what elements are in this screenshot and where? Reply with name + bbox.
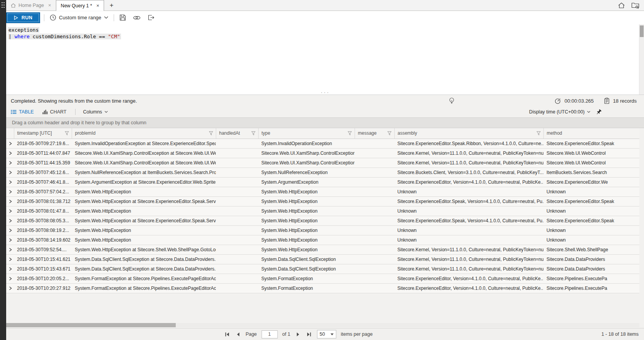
- row-expand-button[interactable]: [6, 148, 14, 158]
- run-label: RUN: [22, 15, 32, 20]
- cell-method: Sitecore.Pipelines.ExecutePa: [543, 274, 639, 283]
- table-row[interactable]: 2018-05-30T08:01:38.712System.Web.HttpEx…: [6, 196, 639, 206]
- app-insights-logs-window: Home Page × New Query 1 * × + RUN: [0, 0, 644, 340]
- row-expand-button[interactable]: [6, 158, 14, 167]
- close-tab-icon[interactable]: ×: [48, 2, 51, 8]
- display-time-dropdown[interactable]: Display time (UTC+00:00): [529, 109, 590, 115]
- editor-results-splitter[interactable]: ...: [6, 91, 644, 95]
- scrollbar-thumb[interactable]: [640, 25, 644, 37]
- filter-icon[interactable]: [348, 131, 352, 135]
- tab-table[interactable]: TABLE: [11, 109, 34, 115]
- last-page-button[interactable]: [305, 332, 312, 337]
- table-row[interactable]: 2018-05-30T11:44:07.847Sitecore.Web.UI.X…: [6, 148, 639, 158]
- query-editor[interactable]: exceptions | where customDimensions.Role…: [6, 24, 644, 95]
- cell-assembly: Sitecore.ExperienceEditor.Speak, Version…: [394, 196, 543, 206]
- tab-new-query-1[interactable]: New Query 1 * ×: [56, 0, 104, 11]
- chevron-down-icon: [104, 111, 108, 113]
- row-expand-button[interactable]: [6, 274, 14, 283]
- scrollbar-thumb[interactable]: [6, 323, 176, 327]
- column-header-problemid[interactable]: problemId: [72, 128, 216, 139]
- table-row[interactable]: 2018-05-30T10:15:41.621System.Data.SqlCl…: [6, 254, 639, 264]
- page-of-label: of 1: [282, 332, 290, 337]
- query-tab-bar: Home Page × New Query 1 * × +: [6, 0, 644, 11]
- smart-suggestion-button[interactable]: [449, 97, 455, 104]
- expand-row-icon: [8, 277, 12, 281]
- column-header-type[interactable]: type: [258, 128, 355, 139]
- row-expand-button[interactable]: [6, 245, 14, 254]
- columns-label: Columns: [83, 109, 102, 115]
- cell-problemId: System.NullReferenceException at ItemBuc…: [72, 167, 216, 177]
- cell-assembly: Unknown: [394, 206, 543, 216]
- cell-message: [355, 206, 394, 216]
- filter-icon[interactable]: [387, 131, 392, 135]
- filter-icon[interactable]: [209, 131, 213, 135]
- column-header-assembly[interactable]: assembly: [394, 128, 543, 139]
- copy-link-button[interactable]: [131, 14, 142, 21]
- run-button[interactable]: RUN: [6, 12, 40, 23]
- first-page-button[interactable]: [224, 332, 230, 337]
- home-button[interactable]: [618, 2, 625, 9]
- next-page-button[interactable]: [295, 332, 301, 337]
- page-size-caret-icon: [330, 333, 333, 335]
- row-expand-button[interactable]: [6, 283, 14, 293]
- horizontal-scrollbar[interactable]: [6, 323, 639, 327]
- editor-vertical-scrollbar[interactable]: [639, 24, 644, 95]
- row-expand-button[interactable]: [6, 225, 14, 235]
- row-expand-button[interactable]: [6, 216, 14, 225]
- table-row[interactable]: 2018-05-30T10:20:05.2...System.FormatExc…: [6, 274, 639, 283]
- save-button[interactable]: [118, 14, 128, 22]
- table-row[interactable]: 2018-05-30T07:57:04.2...System.Web.HttpE…: [6, 187, 639, 196]
- time-range-picker[interactable]: Custom time range: [48, 14, 110, 21]
- table-row[interactable]: 2018-05-30T08:08:05.3...System.Web.HttpE…: [6, 216, 639, 225]
- query-line-1: exceptions: [8, 27, 39, 33]
- tab-home-page[interactable]: Home Page ×: [6, 0, 56, 10]
- group-by-drop-zone[interactable]: Drag a column header and drop it here to…: [6, 117, 644, 128]
- pin-button[interactable]: [596, 109, 602, 115]
- table-row[interactable]: 2018-05-30T08:01:47.8...System.Web.HttpE…: [6, 206, 639, 216]
- cell-problemId: System.Web.HttpException: [72, 187, 216, 196]
- table-row[interactable]: 2018-05-30T08:14:19.602System.Web.HttpEx…: [6, 235, 639, 245]
- query-code[interactable]: exceptions | where customDimensions.Role…: [6, 24, 644, 40]
- page-number-input[interactable]: [261, 330, 277, 338]
- cell-method: Unknown: [543, 187, 639, 196]
- expand-row-icon: [8, 286, 12, 290]
- row-expand-button[interactable]: [6, 206, 14, 216]
- column-header-method[interactable]: method: [543, 128, 639, 139]
- filter-icon[interactable]: [251, 131, 256, 135]
- toolbar-divider: [114, 14, 114, 21]
- expand-row-icon: [8, 248, 12, 252]
- export-button[interactable]: [146, 14, 156, 22]
- table-row[interactable]: 2018-05-30T07:45:12.6...System.NullRefer…: [6, 167, 639, 177]
- column-header-timestamp[interactable]: timestamp [UTC]: [14, 128, 72, 139]
- table-row[interactable]: 2018-05-30T09:27:19.6...System.InvalidOp…: [6, 139, 639, 148]
- row-expand-button[interactable]: [6, 264, 14, 274]
- status-message: Completed. Showing results from the cust…: [11, 98, 137, 104]
- new-tab-button[interactable]: +: [104, 0, 119, 10]
- open-query-button[interactable]: [631, 2, 639, 9]
- table-row[interactable]: 2018-05-30T08:08:19.2...System.Web.HttpE…: [6, 225, 639, 235]
- cell-type: System.Web.HttpException: [258, 225, 355, 235]
- row-expand-button[interactable]: [6, 254, 14, 264]
- rail-grip-icon[interactable]: [1, 2, 5, 8]
- prev-page-button[interactable]: [235, 332, 241, 337]
- table-row[interactable]: 2018-05-30T09:52:54....System.Web.HttpEx…: [6, 245, 639, 254]
- table-row[interactable]: 2018-05-30T10:20:27.912System.FormatExce…: [6, 283, 639, 293]
- table-row[interactable]: 2018-05-30T10:15:43.671System.Data.SqlCl…: [6, 264, 639, 274]
- row-expand-button[interactable]: [6, 177, 14, 187]
- columns-dropdown[interactable]: Columns: [83, 109, 108, 115]
- table-row[interactable]: 2018-05-30T11:44:15.359Sitecore.Web.UI.X…: [6, 158, 639, 167]
- page-size-select[interactable]: 50: [317, 330, 336, 338]
- column-header-handledat[interactable]: handledAt: [216, 128, 258, 139]
- table-row[interactable]: 2018-05-30T07:46:41.8...System.ArgumentE…: [6, 177, 639, 187]
- row-expand-button[interactable]: [6, 167, 14, 177]
- column-header-message[interactable]: message: [355, 128, 394, 139]
- tab-chart[interactable]: CHART: [42, 109, 67, 115]
- row-expand-button[interactable]: [6, 139, 14, 148]
- close-tab-icon[interactable]: ×: [96, 3, 99, 8]
- row-expand-button[interactable]: [6, 196, 14, 206]
- filter-icon[interactable]: [536, 131, 541, 135]
- row-expand-button[interactable]: [6, 235, 14, 245]
- row-expand-button[interactable]: [6, 187, 14, 196]
- filter-icon[interactable]: [65, 131, 69, 135]
- results-table-body: 2018-05-30T09:27:19.6...System.InvalidOp…: [6, 139, 639, 293]
